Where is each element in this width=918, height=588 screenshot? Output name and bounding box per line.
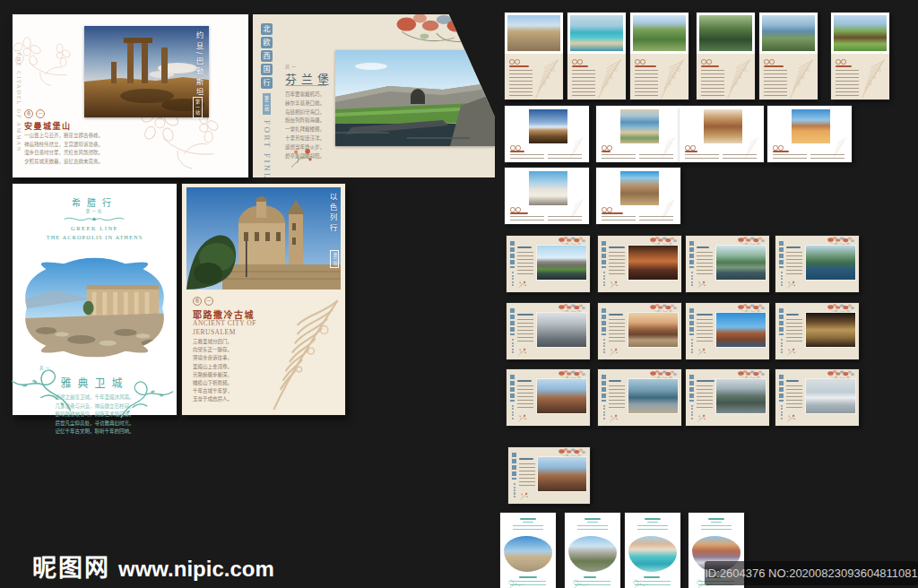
micro-lines [701, 525, 732, 532]
micro-title [517, 380, 532, 382]
body-line: 炮台列阵指海疆。 [285, 117, 325, 125]
thumb-nordic-page [775, 369, 859, 426]
nordic-band-icon [510, 241, 515, 268]
thumb-landscape-page [505, 168, 589, 224]
micro-lines [786, 319, 802, 344]
micro-title [697, 314, 713, 316]
feather-ornament [567, 198, 586, 222]
micro-lines [609, 319, 625, 344]
swirl-ornament [502, 575, 525, 588]
seal-icons [764, 59, 774, 64]
body-line: 三教圣城分四门， [193, 338, 232, 346]
english-title-line2: THE ACROPOLIS IN ATHENS [13, 234, 177, 240]
micro-title [510, 151, 524, 152]
photo-suomenlinna-fortress [335, 50, 495, 146]
photo-acropolis-ornate-frame [20, 255, 169, 359]
flower-sketch [519, 492, 528, 501]
micro-lines [609, 385, 625, 411]
band-char: 北 [261, 23, 273, 35]
flower-sketch [609, 348, 618, 357]
page-israel-jerusalem: 以色列行 第一站 卷一 耶路撒冷古城 ANCIENT CITY OF JERUS… [182, 184, 345, 415]
micro-lines [513, 525, 543, 532]
micro-title [836, 65, 852, 67]
title-rule [285, 85, 326, 86]
micro-title [519, 458, 533, 460]
micro-title [764, 65, 784, 67]
feather-ornament [858, 57, 888, 99]
nordic-band-icon [779, 241, 784, 268]
site-url: www.nipic.com [118, 557, 274, 581]
thumb-nordic-page [686, 369, 769, 426]
micro-title [609, 246, 625, 248]
photo-vertical-title: 约旦/巴勒斯坦 [194, 31, 204, 98]
stop-label: 第一站 [330, 250, 339, 268]
seal-icon: 一 [36, 109, 45, 118]
micro-subtitle [587, 522, 598, 523]
nordic-band-icon [510, 375, 515, 402]
micro-title [786, 380, 799, 382]
nordic-band-icon [602, 241, 606, 268]
band-char: 欧 [261, 37, 273, 48]
thumb-photo-rock-church [628, 246, 678, 280]
thumb-photo-copenhagen-square [538, 457, 586, 491]
micro-title [708, 518, 724, 520]
micro-title [609, 380, 621, 382]
micro-title [517, 314, 533, 316]
thumb-photo-petra-monastery [704, 109, 742, 143]
micro-title [697, 380, 714, 382]
thumb-portrait-page [505, 13, 563, 99]
flower-sketch [609, 414, 618, 423]
seal-icon: 一 [204, 297, 213, 306]
micro-lines [577, 525, 608, 532]
flower-sketch [697, 281, 706, 290]
image-id-bar: ID:2604376 NO:20200823093604811081 [705, 561, 918, 585]
micro-title [773, 151, 789, 152]
spread-jordan-palestine: THE CITADEL OF AMMAN 约旦/巴勒斯坦 [13, 14, 248, 177]
nordic-band-icon [689, 308, 694, 335]
body-line: 苦路蜿蜒步履深， [193, 371, 232, 379]
thumb-body [505, 54, 563, 99]
nordic-band-icon [602, 375, 606, 402]
thumb-photo-jaffa-mosque [529, 171, 567, 205]
body-text: 一山置上与云齐，断崖立郡古叠峰。 神庙残柱伟然立，王宫遗垣诉沧桑。 漫步日落时分… [24, 132, 103, 166]
body-line: 赫尔辛基港口前。 [285, 99, 325, 108]
micro-title [701, 65, 719, 67]
thumb-photo-milos-beach [628, 536, 677, 572]
micro-subtitle [523, 522, 533, 523]
swirl-ornament-left [9, 356, 74, 415]
micro-lines [510, 216, 544, 223]
thumb-photo-galilee-coast [762, 15, 815, 51]
thumb-nordic-page [686, 303, 769, 359]
thumb-photo-green-fields [834, 15, 887, 51]
flower-sketch [517, 414, 526, 423]
micro-title [572, 65, 588, 67]
thumb-photo-stockholm-sunset [628, 313, 678, 347]
photo-jerusalem-abbey [186, 187, 341, 290]
body-line: 哭墙余音诉往事， [193, 354, 232, 362]
thumb-body [697, 54, 755, 99]
micro-title [509, 65, 529, 67]
micro-lines [697, 385, 713, 411]
feather-ornament [723, 57, 754, 99]
body-line: 一山置上与云齐，断崖立郡古叠峰。 [24, 132, 103, 141]
flower-sketch [517, 281, 526, 290]
flower-sketch [697, 348, 706, 357]
flower-sketch [289, 147, 312, 170]
thumb-body [567, 54, 626, 99]
band-char: 国 [261, 64, 273, 75]
nordic-band-icon [510, 308, 515, 335]
photo-vertical-title: 以色列行 [327, 193, 338, 234]
micro-lines [602, 216, 636, 223]
micro-lines [602, 154, 636, 161]
thumb-photo-wadi-rum-desert [792, 109, 830, 143]
seal-icons [635, 59, 645, 64]
feather-ornament [741, 136, 761, 160]
micro-title [609, 314, 623, 316]
feather-ornament [594, 57, 625, 99]
thumb-photo-fjord-cruise [806, 246, 855, 280]
swirl-ornament-right [118, 370, 176, 420]
design-preview-canvas: THE CITADEL OF AMMAN 约旦/巴勒斯坦 [0, 0, 918, 588]
thumb-photo-cruise-ship [806, 379, 855, 413]
english-title-line1: GREEK LINE [13, 225, 177, 231]
micro-lines [609, 252, 625, 277]
